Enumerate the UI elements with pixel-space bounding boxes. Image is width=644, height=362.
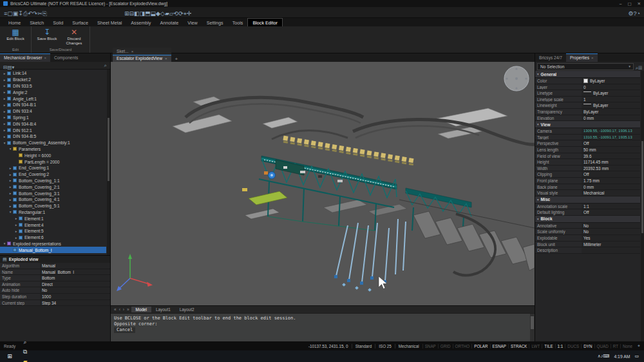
tree-expand-arrow[interactable]: ▸ [14, 216, 19, 220]
property-value[interactable]: Direct [40, 281, 110, 287]
tree-expand-arrow[interactable]: ▸ [14, 229, 19, 233]
property-row[interactable]: Explodable Yes [535, 235, 640, 242]
ribbon-tab[interactable]: Settings [202, 19, 228, 26]
start-button[interactable]: ⊞ [3, 352, 17, 361]
tree-item[interactable]: ▸ DIN 912:1 [0, 127, 106, 133]
cut-icon[interactable]: ✂ [37, 10, 43, 17]
property-value[interactable]: ByLayer [582, 78, 640, 84]
exploded-property-row[interactable]: Animation Direct [0, 281, 110, 288]
property-row[interactable]: Front plane 1.75 mm [535, 178, 640, 184]
property-value[interactable]: 1 [582, 97, 640, 102]
tree-item[interactable]: ▸ Bottom_Covering_1:1 [0, 178, 106, 184]
tree-item[interactable]: ▾ Parameters [0, 146, 106, 153]
status-toggle[interactable]: RT [611, 344, 620, 348]
tree-expand-arrow[interactable]: ▸ [8, 191, 13, 195]
maximize-button[interactable]: ▢ [627, 1, 631, 6]
categorize-icon[interactable]: ▦ [638, 65, 642, 71]
tree-item[interactable]: ▸ Bottom_Covering_4:1 [0, 196, 106, 203]
property-value[interactable]: 0 mm [582, 115, 640, 121]
property-row[interactable]: Target 1310.55, -10091.17, 1935.13 [535, 135, 640, 141]
tree-item[interactable]: ▸ Bottom_Covering_3:1 [0, 190, 106, 196]
tree-expand-arrow[interactable]: ▸ [8, 166, 13, 170]
property-row[interactable]: Annotation scale 1:1 [535, 204, 640, 210]
property-value[interactable]: Mechanical [582, 190, 640, 196]
property-value[interactable]: 39.6 [582, 153, 640, 159]
tree-expand-arrow[interactable]: ▾ [8, 147, 13, 151]
edit-block-button[interactable]: ▦ Edit Block [4, 28, 27, 47]
tree-expand-arrow[interactable]: ▸ [2, 103, 7, 107]
document-tab[interactable]: Sket... × [113, 48, 171, 55]
tree-item[interactable]: ▾ Exploded representations [0, 241, 106, 247]
discard-changes-button[interactable]: ✕ Discard Changes [62, 28, 86, 47]
property-row[interactable]: Default lighting Off [535, 209, 640, 216]
prev-layout-icon[interactable]: ‹ [118, 307, 122, 312]
exploded-property-row[interactable]: Current step Step 34 [0, 300, 110, 307]
undo-icon[interactable]: ↶ [28, 10, 33, 17]
command-line-panel[interactable]: Use BCLOSE or the Block Edit toolbar to … [111, 313, 535, 341]
property-value[interactable]: Yes [582, 235, 640, 241]
tree-expand-arrow[interactable]: ▸ [14, 223, 19, 227]
tree-item[interactable]: ▸ Angle:2 [0, 89, 106, 95]
property-row[interactable]: Width 20392.53 mm [535, 166, 640, 172]
lineweight-icon[interactable]: ▰ [165, 10, 169, 17]
tree-item[interactable]: ▸ DIN 933:4 [0, 108, 106, 115]
property-row[interactable]: Clipping Off [535, 171, 640, 178]
action-center-icon[interactable]: ▭ [634, 354, 639, 359]
tree-expand-arrow[interactable]: ▾ [2, 242, 7, 245]
property-row[interactable]: Camera 1309.55, -10090.17, 1936.13 [535, 128, 640, 135]
exploded-property-row[interactable]: Auto hide No [0, 287, 110, 294]
status-toggle[interactable]: ORTHO [453, 344, 472, 348]
tree-item[interactable]: ▸ Element:1 [0, 215, 106, 222]
property-value[interactable]: ByLayer [582, 102, 640, 108]
tree-item[interactable]: ▸ Bottom_Covering_2:1 [0, 184, 106, 190]
ribbon-tab[interactable]: Tools [228, 19, 248, 26]
property-value[interactable]: 1000 [40, 294, 110, 300]
ribbon-tab[interactable]: Annotate [155, 19, 183, 26]
tree-expand-arrow[interactable]: ▸ [2, 78, 7, 82]
new-document-button[interactable]: + [172, 56, 182, 62]
file-explorer-icon[interactable]: ▰ [18, 357, 32, 362]
ribbon-tab[interactable]: View [183, 19, 202, 26]
ribbon-tab[interactable]: Block Editor [247, 18, 282, 26]
tree-expand-arrow[interactable]: ▸ [2, 84, 7, 88]
tree-item[interactable]: ▸ Link:14 [0, 70, 106, 77]
tree-expand-arrow[interactable]: ▸ [14, 236, 19, 240]
redo-icon[interactable]: ↷ [33, 10, 38, 17]
tree-item[interactable]: ▸ Bottom_Covering_5:1 [0, 203, 106, 209]
tree-item[interactable]: ▸ End_Covering:1 [0, 165, 106, 171]
transparency-icon[interactable]: ▱ [169, 10, 174, 17]
property-row[interactable]: Scale uniformly No [535, 229, 640, 235]
tree-expand-arrow[interactable]: ▸ [2, 110, 7, 113]
property-row[interactable]: Layer 0 [535, 84, 640, 91]
property-value[interactable]: ByLayer [582, 109, 640, 115]
tree-item[interactable]: ▾ Rectangular:1 [0, 209, 106, 216]
status-toggle[interactable]: TILE [542, 344, 554, 348]
property-row[interactable]: Height 11714.45 mm [535, 159, 640, 166]
property-row[interactable]: Field of view 39.6 [535, 153, 640, 160]
tree-expand-arrow[interactable]: ▸ [8, 178, 13, 182]
view-compass[interactable] [504, 66, 529, 91]
property-value[interactable]: 1310.55, -10091.17, 1935.13 [582, 135, 640, 140]
entity-track-icon[interactable]: ◇ [160, 10, 165, 17]
property-value[interactable]: 0 [582, 84, 640, 90]
property-row[interactable]: Perspective Off [535, 140, 640, 147]
tree-expand-arrow[interactable]: ▸ [8, 173, 13, 176]
tree-scrollbar[interactable] [107, 70, 110, 255]
ribbon-tab[interactable]: Sheet Metal [93, 19, 126, 26]
tree-expand-arrow[interactable]: ▸ [8, 198, 13, 202]
tree-expand-arrow[interactable]: ▸ [8, 185, 13, 189]
document-tab[interactable]: Escalator ExplodedView × [113, 55, 171, 62]
ribbon-tab[interactable]: Assembly [126, 19, 155, 26]
settings-icon[interactable]: ⚙ [628, 10, 633, 17]
properties-toggle-icon[interactable]: ⬓ [151, 10, 156, 17]
property-value[interactable]: 1309.55, -10090.17, 1936.13 [582, 128, 640, 134]
ribbon-tab[interactable]: Surface [68, 19, 93, 26]
exploded-property-row[interactable]: Algorithm Manual [0, 263, 110, 269]
property-value[interactable]: 20392.53 mm [582, 166, 640, 171]
property-row[interactable]: Annotative No [535, 223, 640, 229]
property-value[interactable]: No [582, 229, 640, 234]
tree-expand-arrow[interactable]: ▸ [2, 97, 7, 100]
tree-item[interactable]: ▸ Element:5 [0, 228, 106, 234]
property-value[interactable] [582, 247, 640, 253]
entity-snap-icon[interactable]: ◆ [156, 10, 160, 17]
